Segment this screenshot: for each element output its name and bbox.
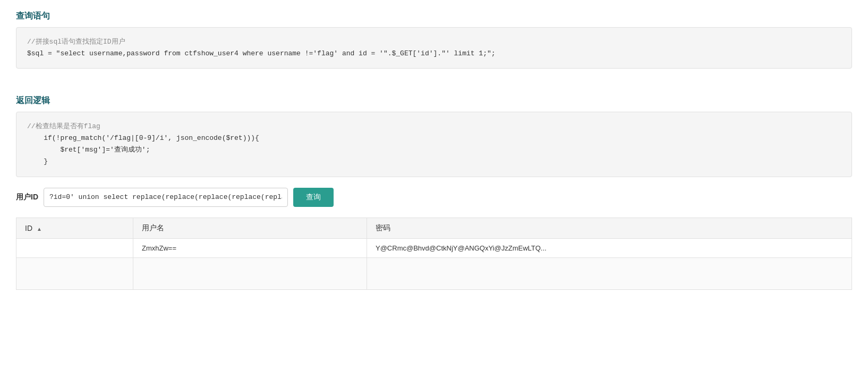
result-table: ID ▲ 用户名 密码 ZmxhZw== Y@CRmc@Bhvd@CtkNjY@… xyxy=(16,218,852,290)
code-sql-line: $sql = "select username,password from ct… xyxy=(27,49,499,57)
table-empty-row xyxy=(16,257,852,289)
col-header-password: 密码 xyxy=(367,218,852,238)
table-header: ID ▲ 用户名 密码 xyxy=(16,218,852,238)
query-row: 用户ID 查询 xyxy=(16,188,852,207)
code-comment-1: //拼接sql语句查找指定ID用户 xyxy=(27,38,125,46)
code-comment-flag: //检查结果是否有flag xyxy=(27,122,100,130)
code-preg-line: if(!preg_match('/flag|[0-9]/i', json_enc… xyxy=(27,134,259,142)
query-label: 用户ID xyxy=(16,193,38,202)
table-row: ZmxhZw== Y@CRmc@Bhvd@CtkNjY@ANGQxYi@JzZm… xyxy=(16,238,852,257)
col-header-id[interactable]: ID ▲ xyxy=(16,218,133,238)
empty-cell-id xyxy=(16,257,133,289)
empty-cell-username xyxy=(133,257,367,289)
table-body: ZmxhZw== Y@CRmc@Bhvd@CtkNjY@ANGQxYi@JzZm… xyxy=(16,238,852,289)
empty-cell-password xyxy=(367,257,852,289)
query-section-title: 查询语句 xyxy=(16,11,852,22)
col-id-label: ID xyxy=(25,224,32,232)
query-button[interactable]: 查询 xyxy=(293,188,334,207)
sort-icon-id: ▲ xyxy=(37,226,42,232)
cell-password: Y@CRmc@Bhvd@CtkNjY@ANGQxYi@JzZmEwLTQ... xyxy=(367,238,852,257)
code-msg-line: $ret['msg']='查询成功'; xyxy=(27,146,150,154)
code-block-return: //检查结果是否有flag if(!preg_match('/flag|[0-9… xyxy=(16,112,852,177)
table-header-row: ID ▲ 用户名 密码 xyxy=(16,218,852,238)
page-container: 查询语句 //拼接sql语句查找指定ID用户 $sql = "select us… xyxy=(0,0,868,306)
col-username-label: 用户名 xyxy=(142,223,164,232)
divider-1 xyxy=(16,79,852,90)
col-password-label: 密码 xyxy=(376,223,390,232)
query-input[interactable] xyxy=(44,188,288,207)
col-header-username: 用户名 xyxy=(133,218,367,238)
cell-username: ZmxhZw== xyxy=(133,238,367,257)
code-block-sql: //拼接sql语句查找指定ID用户 $sql = "select usernam… xyxy=(16,27,852,69)
return-section-title: 返回逻辑 xyxy=(16,95,852,106)
code-close-line: } xyxy=(27,157,48,165)
cell-id xyxy=(16,238,133,257)
